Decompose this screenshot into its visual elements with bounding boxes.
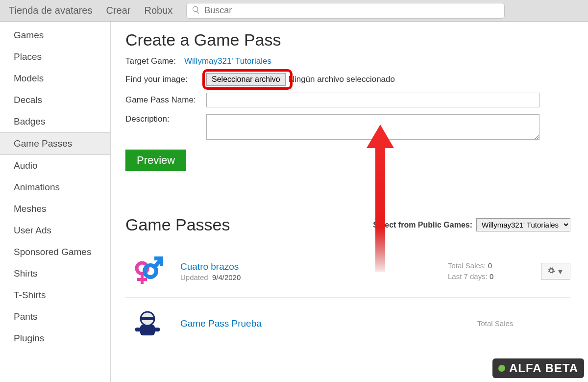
sidebar-item-user-ads[interactable]: User Ads: [0, 220, 110, 241]
sidebar-item-games[interactable]: Games: [0, 25, 110, 46]
search-input[interactable]: [204, 5, 499, 16]
main-content: Create a Game Pass Target Game: Willymay…: [111, 22, 588, 382]
game-pass-row: Game Pass Prueba Total Sales: [125, 298, 570, 350]
sidebar-item-t-shirts[interactable]: T-Shirts: [0, 284, 110, 306]
file-status-text: Ningún archivo seleccionado: [289, 75, 395, 84]
sidebar-item-badges[interactable]: Badges: [0, 111, 110, 132]
last7-value: 0: [490, 272, 493, 280]
select-public-games-label: Select from Public Games:: [373, 221, 472, 229]
svg-rect-9: [135, 328, 141, 331]
chevron-down-icon: ▼: [557, 267, 564, 276]
preview-button[interactable]: Preview: [125, 150, 186, 171]
gender-symbols-icon: [133, 256, 162, 286]
total-sales-value: 0: [488, 261, 492, 270]
target-game-link[interactable]: Willymay321' Tutoriales: [184, 56, 271, 66]
gamepass-name-label: Game Pass Name:: [125, 95, 206, 105]
updated-label: Updated: [180, 273, 208, 281]
public-games-select[interactable]: Willymay321' Tutoriales: [476, 218, 570, 231]
pass-thumbnail: [125, 306, 170, 341]
sidebar-item-sponsored-games[interactable]: Sponsored Games: [0, 241, 110, 263]
nav-create[interactable]: Crear: [106, 5, 130, 16]
target-game-label: Target Game:: [125, 56, 184, 66]
pass-name-link[interactable]: Game Pass Prueba: [180, 318, 262, 329]
search-box[interactable]: [186, 3, 505, 19]
total-sales-label: Total Sales: [477, 319, 513, 328]
updated-date: 9/4/2020: [212, 273, 241, 281]
pass-options-button[interactable]: ▼: [541, 263, 570, 280]
pass-thumbnail: [125, 254, 170, 288]
create-heading: Create a Game Pass: [125, 30, 570, 50]
sidebar-item-models[interactable]: Models: [0, 68, 110, 89]
sidebar-item-shirts[interactable]: Shirts: [0, 263, 110, 284]
svg-line-5: [154, 259, 161, 267]
gamepass-name-input[interactable]: [206, 93, 539, 107]
search-icon: [192, 5, 200, 16]
description-label: Description:: [125, 114, 206, 124]
last7-label: Last 7 days:: [448, 272, 488, 280]
svg-rect-8: [141, 317, 154, 320]
game-passes-heading: Game Passes: [125, 215, 230, 234]
game-pass-row: Cuatro brazos Updated 9/4/2020 Total Sal…: [125, 245, 570, 298]
nav-robux[interactable]: Robux: [145, 5, 173, 16]
watermark-dot-icon: [498, 365, 505, 372]
gear-icon: [547, 267, 555, 276]
total-sales-label: Total Sales:: [448, 261, 486, 270]
watermark-text: ALFA BETA: [509, 361, 578, 375]
sidebar-item-animations[interactable]: Animations: [0, 177, 110, 198]
top-navbar: Tienda de avatares Crear Robux: [0, 0, 588, 22]
watermark-badge: ALFA BETA: [492, 358, 584, 378]
nav-avatar-shop[interactable]: Tienda de avatares: [9, 5, 92, 16]
avatar-icon: [130, 310, 165, 337]
choose-file-button[interactable]: Seleccionar archivo: [206, 73, 286, 86]
sidebar-item-plugins[interactable]: Plugins: [0, 328, 110, 349]
sidebar-item-meshes[interactable]: Meshes: [0, 198, 110, 220]
svg-rect-10: [154, 328, 160, 331]
sidebar-item-pants[interactable]: Pants: [0, 306, 110, 328]
description-textarea[interactable]: [206, 114, 539, 140]
sidebar-item-decals[interactable]: Decals: [0, 89, 110, 111]
sidebar-item-places[interactable]: Places: [0, 46, 110, 68]
find-image-label: Find your image:: [125, 75, 206, 84]
sidebar-item-audio[interactable]: Audio: [0, 155, 110, 177]
sidebar-item-game-passes[interactable]: Game Passes: [0, 132, 110, 155]
pass-name-link[interactable]: Cuatro brazos: [180, 261, 239, 272]
sidebar: Games Places Models Decals Badges Game P…: [0, 22, 111, 382]
